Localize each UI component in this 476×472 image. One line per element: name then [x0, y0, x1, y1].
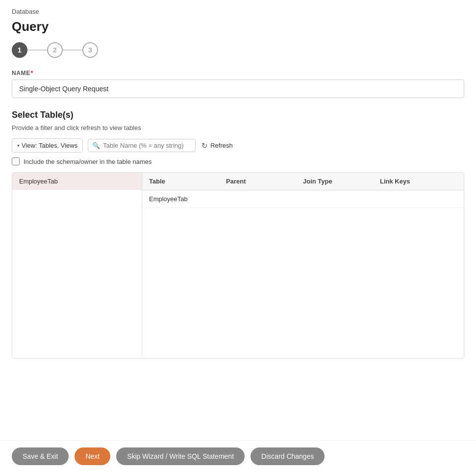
schema-checkbox-label[interactable]: Include the schema/owner in the table na… [24, 158, 152, 165]
table-search-input[interactable] [103, 142, 191, 149]
filter-row: ▾ View: Tables, Views 🔍 ↻ Refresh [12, 138, 464, 153]
stepper: 1 2 3 [0, 42, 476, 70]
breadcrumb-link[interactable]: Database [12, 8, 39, 15]
skip-wizard-button[interactable]: Skip Wizard / Write SQL Statement [116, 447, 245, 465]
col-header-table: Table [149, 178, 226, 185]
table-list: EmployeeTab [12, 173, 142, 358]
row-link-keys [380, 195, 457, 203]
view-dropdown[interactable]: ▾ View: Tables, Views [12, 138, 83, 153]
tables-area: EmployeeTab Table Parent Join Type Link … [12, 172, 464, 359]
page-title: Query [0, 19, 476, 42]
refresh-label: Refresh [210, 142, 233, 149]
step-line-1 [27, 50, 47, 51]
discard-changes-button[interactable]: Discard Changes [251, 447, 325, 465]
table-search-box: 🔍 [88, 139, 196, 152]
breadcrumb: Database [0, 0, 476, 19]
table-detail: Table Parent Join Type Link Keys Employe… [142, 173, 464, 358]
search-icon: 🔍 [92, 142, 100, 149]
save-exit-button[interactable]: Save & Exit [12, 447, 69, 465]
step-1[interactable]: 1 [12, 42, 27, 58]
chevron-down-icon: ▾ [17, 143, 20, 148]
list-item[interactable]: EmployeeTab [12, 173, 142, 190]
name-label: NAME* [12, 70, 464, 77]
schema-checkbox-row: Include the schema/owner in the table na… [12, 157, 464, 165]
col-header-join-type: Join Type [303, 178, 380, 185]
next-button[interactable]: Next [75, 447, 110, 465]
main-content: NAME* Select Table(s) Provide a filter a… [0, 70, 476, 359]
row-join-type [303, 195, 380, 203]
step-line-2 [63, 50, 82, 51]
detail-header: Table Parent Join Type Link Keys [142, 173, 464, 190]
col-header-parent: Parent [226, 178, 303, 185]
name-input[interactable] [12, 79, 464, 98]
refresh-button[interactable]: ↻ Refresh [200, 139, 234, 152]
bottom-bar: Save & Exit Next Skip Wizard / Write SQL… [0, 440, 476, 472]
col-header-link-keys: Link Keys [380, 178, 457, 185]
step-3[interactable]: 3 [82, 42, 98, 58]
view-dropdown-label: View: Tables, Views [22, 142, 77, 149]
section-hint: Provide a filter and click refresh to vi… [12, 124, 464, 131]
refresh-icon: ↻ [201, 141, 208, 150]
table-row: EmployeeTab [142, 190, 464, 208]
row-parent [226, 195, 303, 203]
section-title: Select Table(s) [12, 110, 464, 120]
row-table: EmployeeTab [149, 195, 226, 203]
step-2[interactable]: 2 [47, 42, 63, 58]
schema-checkbox[interactable] [12, 157, 20, 165]
